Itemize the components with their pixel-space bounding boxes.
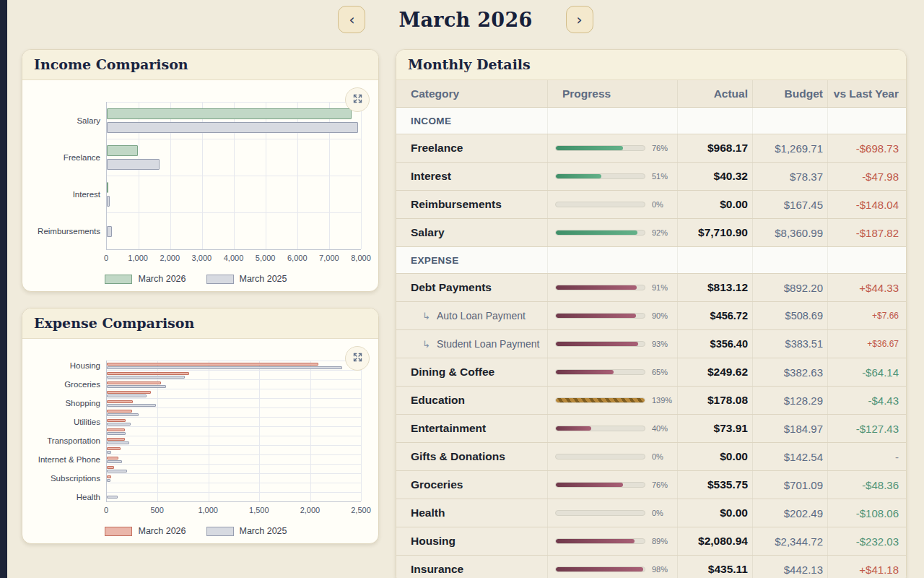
x-axis-tick: 6,000 xyxy=(287,254,308,262)
actual-cell: $7,710.90 xyxy=(678,219,753,246)
vs-last-year-value: +$44.33 xyxy=(859,282,899,294)
progress-percent: 92% xyxy=(652,228,668,237)
progress-fill xyxy=(556,230,637,235)
vs-last-year-cell: +$41.18 xyxy=(828,556,906,578)
bar-march-2025 xyxy=(107,196,110,207)
budget-value: $2,344.72 xyxy=(775,535,823,548)
plot-region xyxy=(106,361,361,502)
progress-fill xyxy=(556,342,638,346)
progress-cell: 51% xyxy=(548,163,678,190)
main-content: Income Comparison SalaryFreelanceInteres… xyxy=(7,33,924,578)
table-row-auto-loan-payment[interactable]: ↳Auto Loan Payment90%$456.72$508.69+$7.6… xyxy=(396,302,906,330)
bar-march-2025 xyxy=(107,122,358,133)
vs-last-year-value: -$232.03 xyxy=(856,535,899,548)
y-axis-label xyxy=(31,445,106,454)
budget-value: $142.54 xyxy=(784,451,823,463)
table-row-salary[interactable]: Salary92%$7,710.90$8,360.99-$187.82 xyxy=(396,219,906,247)
chart-legend: March 2026March 2025 xyxy=(31,274,361,284)
progress-percent: 0% xyxy=(652,200,663,209)
vs-last-year-value: -$4.43 xyxy=(868,394,899,407)
table-row-interest[interactable]: Interest51%$40.32$78.37-$47.98 xyxy=(396,163,906,191)
budget-cell: $508.69 xyxy=(753,302,828,329)
bar-march-2025 xyxy=(107,394,147,397)
actual-cell: $813.12 xyxy=(678,274,753,301)
y-axis-label: Housing xyxy=(31,361,106,370)
table-row-insurance[interactable]: Insurance98%$435.11$442.13+$41.18 xyxy=(396,556,906,578)
budget-cell: $167.45 xyxy=(753,191,828,218)
progress-cell: 76% xyxy=(548,134,678,162)
vs-last-year-value: -$698.73 xyxy=(856,142,899,155)
chart-plot-area: SalaryFreelanceInterestReimbursements xyxy=(31,102,361,250)
progress-cell: 76% xyxy=(548,471,678,499)
actual-cell: $535.75 xyxy=(678,471,753,499)
actual-cell: $73.91 xyxy=(678,415,753,442)
bar-march-2026 xyxy=(107,419,126,422)
bar-march-2025 xyxy=(107,470,127,473)
progress-fill xyxy=(556,539,635,543)
charts-column: Income Comparison SalaryFreelanceInteres… xyxy=(22,49,379,544)
category-cell: Salary xyxy=(396,219,548,246)
prev-month-button[interactable]: ‹ xyxy=(338,6,365,33)
x-axis-tick: 1,000 xyxy=(198,506,218,514)
bar-group xyxy=(107,361,361,370)
section-label: EXPENSE xyxy=(396,247,548,273)
section-label: INCOME xyxy=(396,108,548,134)
table-row-entertainment[interactable]: Entertainment40%$73.91$184.97-$127.43 xyxy=(396,415,906,443)
category-name: Health xyxy=(411,506,445,519)
budget-value: $78.37 xyxy=(790,171,823,183)
table-row-groceries[interactable]: Groceries76%$535.75$701.09-$48.36 xyxy=(396,471,906,499)
bar-march-2026 xyxy=(107,438,125,441)
expand-income-chart-button[interactable] xyxy=(345,87,370,112)
expand-expense-chart-button[interactable] xyxy=(345,346,370,371)
table-row-debt-payments[interactable]: Debt Payments91%$813.12$892.20+$44.33 xyxy=(396,274,906,302)
table-row-gifts-donations[interactable]: Gifts & Donations0%$0.00$142.54- xyxy=(396,443,906,471)
bar-march-2025 xyxy=(107,376,185,379)
actual-cell: $0.00 xyxy=(678,191,753,218)
legend-label: March 2025 xyxy=(240,526,287,536)
bar-group xyxy=(107,454,361,464)
budget-cell: $128.29 xyxy=(753,387,828,414)
progress-percent: 90% xyxy=(652,311,668,320)
progress-fill xyxy=(556,483,623,487)
expense-bar-chart: HousingGroceriesShoppingUtilitiesTranspo… xyxy=(31,361,361,536)
progress-track xyxy=(555,145,645,151)
y-axis-label: Interest xyxy=(31,176,106,212)
legend-item[interactable]: March 2026 xyxy=(105,526,186,536)
x-axis-tick: 2,000 xyxy=(160,254,180,262)
category-cell: Dining & Coffee xyxy=(396,358,548,386)
table-row-dining-coffee[interactable]: Dining & Coffee65%$249.62$382.63-$64.14 xyxy=(396,358,906,387)
table-row-freelance[interactable]: Freelance76%$968.17$1,269.71-$698.73 xyxy=(396,134,906,163)
table-row-reimbursements[interactable]: Reimbursements0%$0.00$167.45-$148.04 xyxy=(396,191,906,219)
budget-value: $892.20 xyxy=(784,282,823,294)
table-row-health[interactable]: Health0%$0.00$202.49-$108.06 xyxy=(396,499,906,527)
budget-cell: $2,344.72 xyxy=(753,527,828,555)
vs-last-year-value: +$41.18 xyxy=(859,564,899,576)
actual-value: $2,080.94 xyxy=(698,535,748,548)
expense-card-title: Expense Comparison xyxy=(34,315,367,331)
table-row-student-loan-payment[interactable]: ↳Student Loan Payment93%$356.40$383.51+$… xyxy=(396,330,906,358)
y-axis-label: Internet & Phone xyxy=(31,454,106,464)
legend-item[interactable]: March 2026 xyxy=(105,274,186,284)
bar-march-2026 xyxy=(107,381,161,384)
y-axis-labels: HousingGroceriesShoppingUtilitiesTranspo… xyxy=(31,361,106,502)
x-axis: 01,0002,0003,0004,0005,0006,0007,0008,00… xyxy=(106,254,361,265)
budget-value: $184.97 xyxy=(784,423,823,435)
y-axis-label xyxy=(31,407,106,417)
bar-march-2026 xyxy=(107,372,189,375)
category-name: Education xyxy=(411,394,465,407)
page-title: March 2026 xyxy=(398,9,532,31)
column-header-progress: Progress xyxy=(548,80,678,107)
expand-arrows-icon xyxy=(352,352,363,365)
table-row-education[interactable]: Education139%$178.08$128.29-$4.43 xyxy=(396,387,906,415)
legend-item[interactable]: March 2025 xyxy=(206,526,287,536)
bar-march-2025 xyxy=(107,496,118,499)
vs-last-year-value: -$127.43 xyxy=(856,423,899,435)
category-name: Gifts & Donations xyxy=(411,450,505,463)
y-axis-labels: SalaryFreelanceInterestReimbursements xyxy=(31,102,106,250)
table-row-housing[interactable]: Housing89%$2,080.94$2,344.72-$232.03 xyxy=(396,527,906,556)
legend-swatch xyxy=(105,527,132,536)
progress-track xyxy=(555,369,645,375)
legend-item[interactable]: March 2025 xyxy=(206,274,287,284)
bar-march-2025 xyxy=(107,413,139,416)
next-month-button[interactable]: › xyxy=(566,6,593,33)
